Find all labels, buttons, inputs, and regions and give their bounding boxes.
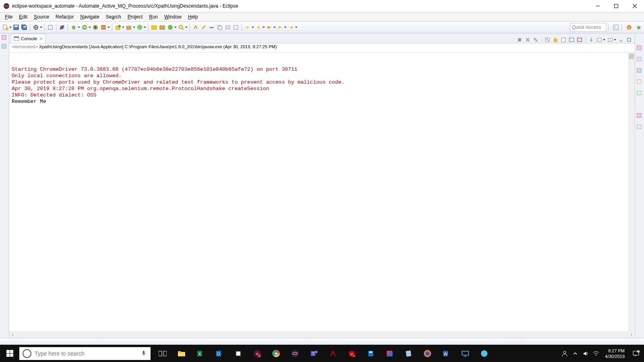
- search-box[interactable]: Type here to search: [19, 347, 151, 360]
- coverage-button[interactable]: [92, 24, 99, 31]
- menu-edit[interactable]: Edit: [16, 13, 31, 21]
- horizontal-scrollbar[interactable]: ‹ ›: [9, 331, 635, 338]
- new-package-button[interactable]: [125, 24, 135, 31]
- console-tab[interactable]: Console ✕: [11, 34, 45, 43]
- menu-source[interactable]: Source: [31, 13, 52, 21]
- open-launch-configurations-button[interactable]: [167, 24, 177, 31]
- task-view-button[interactable]: [153, 345, 172, 362]
- toggle-show-whitespace-button[interactable]: [224, 24, 231, 31]
- slack-button[interactable]: #2: [248, 345, 266, 362]
- search-drop-button[interactable]: [178, 24, 188, 31]
- wand-button[interactable]: [200, 24, 207, 31]
- sticky-notes-button[interactable]: [229, 345, 248, 362]
- menu-project[interactable]: Project: [124, 13, 146, 21]
- menu-file[interactable]: File: [2, 13, 16, 21]
- microphone-icon[interactable]: [141, 350, 147, 357]
- scroll-lock-icon[interactable]: [552, 37, 559, 43]
- excel-button[interactable]: X: [191, 345, 210, 362]
- teams-button[interactable]: T: [304, 345, 323, 362]
- display-selected-console-button[interactable]: [596, 37, 605, 43]
- pin-button[interactable]: [232, 24, 239, 31]
- screen-share-button[interactable]: [456, 345, 475, 362]
- pin-editor-button[interactable]: [216, 24, 223, 31]
- prev-annotation-button[interactable]: [255, 24, 265, 31]
- maximize-button[interactable]: [607, 0, 625, 12]
- show-console-on-stdout-icon[interactable]: [568, 37, 575, 43]
- minimized-view-button[interactable]: [637, 68, 642, 74]
- open-console-dropdown[interactable]: +: [607, 37, 616, 43]
- show-console-on-stderr-icon[interactable]: [576, 37, 583, 43]
- remove-all-terminated-icon[interactable]: [533, 37, 539, 43]
- menu-window[interactable]: Window: [161, 13, 185, 21]
- globe-button[interactable]: [475, 345, 493, 362]
- new-button[interactable]: [2, 24, 12, 31]
- open-type-hierarchy-button[interactable]: [159, 24, 166, 31]
- close-tab-icon[interactable]: ✕: [39, 37, 43, 41]
- debug-perspective-button[interactable]: [635, 24, 642, 31]
- debug-button[interactable]: [70, 24, 80, 31]
- minimized-view-button[interactable]: [637, 57, 642, 62]
- back-button[interactable]: [277, 24, 287, 31]
- wifi-icon[interactable]: [593, 350, 599, 357]
- people-icon[interactable]: [561, 350, 568, 357]
- intellij-button[interactable]: [380, 345, 399, 362]
- restore-view-button[interactable]: [2, 35, 7, 41]
- menu-help[interactable]: Help: [185, 13, 201, 21]
- minimize-view-icon[interactable]: [618, 37, 624, 43]
- run-last-tool-button[interactable]: [100, 24, 110, 31]
- clock[interactable]: 8:27 PM 4/30/2019: [602, 348, 628, 359]
- menu-search[interactable]: Search: [103, 13, 124, 21]
- toggle-block-selection-button[interactable]: [47, 24, 54, 31]
- notepad-button[interactable]: [399, 345, 418, 362]
- pin-console-icon[interactable]: [588, 37, 594, 43]
- tray-chevron-icon[interactable]: [572, 350, 578, 357]
- skip-breakpoints-button[interactable]: [58, 24, 66, 31]
- quick-access-input[interactable]: Quick Access: [570, 23, 606, 32]
- word-button[interactable]: W: [437, 345, 456, 362]
- mcafee-button[interactable]: M1: [342, 345, 361, 362]
- restore-view-button[interactable]: [2, 44, 7, 49]
- next-annotation-button[interactable]: [244, 24, 254, 31]
- menu-navigate[interactable]: Navigate: [77, 13, 102, 21]
- java-perspective-button[interactable]: J: [625, 24, 633, 31]
- firefox-button[interactable]: [418, 345, 437, 362]
- eclipse-taskbar-button[interactable]: [285, 345, 304, 362]
- open-perspective-button[interactable]: [612, 24, 619, 31]
- word-wrap-icon[interactable]: [560, 37, 567, 43]
- open-task-button[interactable]: [151, 24, 158, 31]
- console-output[interactable]: Starting ChromeDriver 73.0.3683.68 (4778…: [9, 53, 635, 331]
- toggle-mark-occurrences-button[interactable]: [192, 24, 199, 31]
- vertical-scrollbar[interactable]: [628, 53, 635, 331]
- scroll-left-icon[interactable]: ‹: [9, 331, 16, 338]
- chrome-button[interactable]: [266, 345, 285, 362]
- menu-run[interactable]: Run: [146, 13, 161, 21]
- clear-console-icon[interactable]: [544, 37, 551, 43]
- minimize-button[interactable]: [588, 0, 607, 12]
- terminate-icon[interactable]: [516, 37, 523, 43]
- file-explorer-button[interactable]: [172, 345, 191, 362]
- maximize-view-icon[interactable]: [626, 37, 632, 43]
- close-button[interactable]: [625, 0, 644, 12]
- action-center-button[interactable]: 1: [628, 345, 644, 362]
- new-class-button[interactable]: C: [136, 24, 146, 31]
- save-button[interactable]: [12, 24, 20, 31]
- last-edit-location-button[interactable]: [266, 24, 276, 31]
- volume-icon[interactable]: [582, 350, 589, 357]
- menu-refactor[interactable]: Refactor: [52, 13, 77, 21]
- sash-grip[interactable]: ⋮⋮: [515, 339, 523, 343]
- jmeter-button[interactable]: [323, 345, 342, 362]
- open-type-button[interactable]: [32, 24, 42, 31]
- outlook-button[interactable]: O: [210, 345, 229, 362]
- minimized-view-button[interactable]: [637, 90, 642, 96]
- scroll-right-icon[interactable]: ›: [628, 331, 635, 338]
- minimized-view-button[interactable]: [637, 124, 642, 130]
- start-button[interactable]: [0, 345, 19, 362]
- minimized-view-button[interactable]: [637, 45, 642, 51]
- new-java-project-button[interactable]: [114, 24, 124, 31]
- remove-launch-icon[interactable]: [524, 37, 531, 43]
- run-button[interactable]: [81, 24, 91, 31]
- minimized-view-button[interactable]: [637, 113, 642, 119]
- forward-button[interactable]: [287, 24, 297, 31]
- toggle-breadcrumb-button[interactable]: [208, 24, 215, 31]
- save-all-button[interactable]: [21, 24, 28, 31]
